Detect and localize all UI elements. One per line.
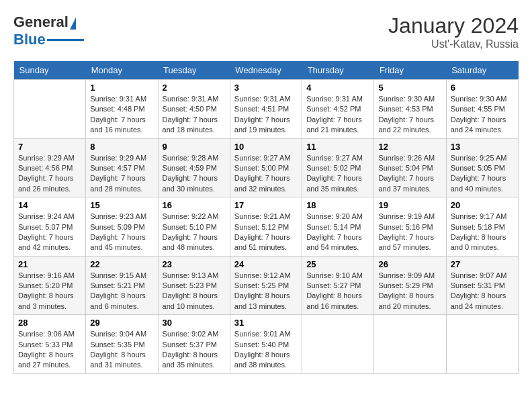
sunset-label: Sunset: 5:07 PM [18,223,73,231]
day-info: Sunrise: 9:23 AM Sunset: 5:09 PM Dayligh… [90,212,153,253]
sunset-label: Sunset: 5:29 PM [378,281,433,289]
sunrise-label: Sunrise: 9:06 AM [18,330,75,338]
daylight-label: Daylight: 7 hours and 42 minutes. [18,233,74,251]
calendar-cell [446,315,518,374]
location-subtitle: Ust'-Katav, Russia [388,38,519,50]
calendar-cell: 11 Sunrise: 9:27 AM Sunset: 5:02 PM Dayl… [302,138,374,197]
sunset-label: Sunset: 5:00 PM [234,164,289,172]
day-number: 24 [234,259,298,269]
sunset-label: Sunset: 4:48 PM [90,105,144,113]
day-info: Sunrise: 9:20 AM Sunset: 5:14 PM Dayligh… [306,212,369,253]
daylight-label: Daylight: 7 hours and 51 minutes. [234,233,290,251]
day-info: Sunrise: 9:31 AM Sunset: 4:52 PM Dayligh… [306,94,369,136]
calendar-week-5: 28 Sunrise: 9:06 AM Sunset: 5:33 PM Dayl… [14,315,519,374]
sunset-label: Sunset: 5:12 PM [234,223,289,231]
daylight-label: Daylight: 8 hours and 31 minutes. [90,351,146,369]
calendar-cell: 27 Sunrise: 9:07 AM Sunset: 5:31 PM Dayl… [446,256,518,315]
calendar-cell: 26 Sunrise: 9:09 AM Sunset: 5:29 PM Dayl… [374,256,446,315]
day-number: 3 [234,83,298,93]
day-info: Sunrise: 9:24 AM Sunset: 5:07 PM Dayligh… [18,212,81,253]
daylight-label: Daylight: 7 hours and 24 minutes. [451,116,506,134]
sunrise-label: Sunrise: 9:04 AM [90,330,146,338]
daylight-label: Daylight: 7 hours and 19 minutes. [234,116,290,134]
day-info: Sunrise: 9:29 AM Sunset: 4:57 PM Dayligh… [90,153,153,195]
day-number: 20 [451,200,514,210]
sunrise-label: Sunrise: 9:12 AM [234,271,291,279]
day-info: Sunrise: 9:30 AM Sunset: 4:53 PM Dayligh… [378,94,441,136]
daylight-label: Daylight: 8 hours and 35 minutes. [163,351,218,369]
sunset-label: Sunset: 5:40 PM [234,340,289,349]
calendar-cell [374,315,446,374]
day-number: 12 [378,142,441,152]
day-number: 30 [163,318,226,328]
day-number: 25 [306,259,369,269]
day-info: Sunrise: 9:27 AM Sunset: 5:02 PM Dayligh… [306,153,369,195]
sunrise-label: Sunrise: 9:17 AM [451,212,507,220]
sunrise-label: Sunrise: 9:31 AM [163,95,219,103]
calendar-cell [14,80,86,139]
calendar-cell: 25 Sunrise: 9:10 AM Sunset: 5:27 PM Dayl… [302,256,374,315]
calendar-cell: 3 Sunrise: 9:31 AM Sunset: 4:51 PM Dayli… [230,80,302,139]
day-number: 4 [306,83,369,93]
sunrise-label: Sunrise: 9:26 AM [378,154,435,162]
day-number: 31 [234,318,298,328]
weekday-header-monday: Monday [86,61,158,80]
day-number: 28 [18,318,81,328]
day-number: 27 [451,259,514,269]
day-number: 18 [306,200,369,210]
day-number: 26 [378,259,441,269]
calendar-cell: 7 Sunrise: 9:29 AM Sunset: 4:56 PM Dayli… [14,138,86,197]
calendar-table: SundayMondayTuesdayWednesdayThursdayFrid… [13,61,519,374]
daylight-label: Daylight: 7 hours and 57 minutes. [378,233,434,251]
calendar-cell: 20 Sunrise: 9:17 AM Sunset: 5:18 PM Dayl… [446,197,518,257]
calendar-cell: 30 Sunrise: 9:02 AM Sunset: 5:37 PM Dayl… [158,315,230,374]
sunset-label: Sunset: 5:33 PM [18,340,73,349]
calendar-cell: 22 Sunrise: 9:15 AM Sunset: 5:21 PM Dayl… [86,256,158,315]
day-number: 16 [163,200,226,210]
day-number: 5 [378,83,441,93]
day-info: Sunrise: 9:06 AM Sunset: 5:33 PM Dayligh… [18,329,81,371]
sunset-label: Sunset: 4:53 PM [378,105,433,113]
weekday-header-tuesday: Tuesday [158,61,230,80]
daylight-label: Daylight: 8 hours and 3 minutes. [18,291,74,310]
sunrise-label: Sunrise: 9:16 AM [18,271,75,279]
day-info: Sunrise: 9:04 AM Sunset: 5:35 PM Dayligh… [90,329,153,371]
daylight-label: Daylight: 7 hours and 30 minutes. [163,174,218,192]
weekday-header-sunday: Sunday [14,61,86,80]
sunset-label: Sunset: 5:04 PM [378,164,433,172]
daylight-label: Daylight: 8 hours and 6 minutes. [90,291,146,310]
sunset-label: Sunset: 5:16 PM [378,223,433,231]
sunset-label: Sunset: 4:57 PM [90,164,144,172]
title-area: January 2024 Ust'-Katav, Russia [388,13,519,50]
sunrise-label: Sunrise: 9:27 AM [306,154,363,162]
daylight-label: Daylight: 7 hours and 45 minutes. [90,233,146,251]
sunrise-label: Sunrise: 9:27 AM [234,154,291,162]
sunset-label: Sunset: 4:56 PM [18,164,73,172]
day-info: Sunrise: 9:27 AM Sunset: 5:00 PM Dayligh… [234,153,298,195]
sunrise-label: Sunrise: 9:09 AM [378,271,435,279]
daylight-label: Daylight: 7 hours and 16 minutes. [90,116,146,134]
sunrise-label: Sunrise: 9:30 AM [451,95,507,103]
sunrise-label: Sunrise: 9:07 AM [451,271,507,279]
day-info: Sunrise: 9:21 AM Sunset: 5:12 PM Dayligh… [234,212,298,253]
sunrise-label: Sunrise: 9:01 AM [234,330,291,338]
sunrise-label: Sunrise: 9:31 AM [90,95,146,103]
calendar-cell: 15 Sunrise: 9:23 AM Sunset: 5:09 PM Dayl… [86,197,158,257]
sunset-label: Sunset: 5:09 PM [90,223,144,231]
sunset-label: Sunset: 5:14 PM [306,223,361,231]
day-info: Sunrise: 9:09 AM Sunset: 5:29 PM Dayligh… [378,271,441,312]
sunset-label: Sunset: 4:52 PM [306,105,361,113]
sunrise-label: Sunrise: 9:19 AM [378,212,435,220]
sunset-label: Sunset: 5:02 PM [306,164,361,172]
daylight-label: Daylight: 8 hours and 38 minutes. [234,351,290,369]
calendar-week-3: 14 Sunrise: 9:24 AM Sunset: 5:07 PM Dayl… [14,197,519,257]
day-number: 10 [234,142,298,152]
sunset-label: Sunset: 5:23 PM [163,281,217,289]
weekday-header-row: SundayMondayTuesdayWednesdayThursdayFrid… [14,61,519,80]
sunset-label: Sunset: 5:10 PM [163,223,217,231]
sunset-label: Sunset: 5:25 PM [234,281,289,289]
sunrise-label: Sunrise: 9:15 AM [90,271,146,279]
sunrise-label: Sunrise: 9:23 AM [90,212,146,220]
daylight-label: Daylight: 8 hours and 20 minutes. [378,291,434,310]
day-number: 21 [18,259,81,269]
